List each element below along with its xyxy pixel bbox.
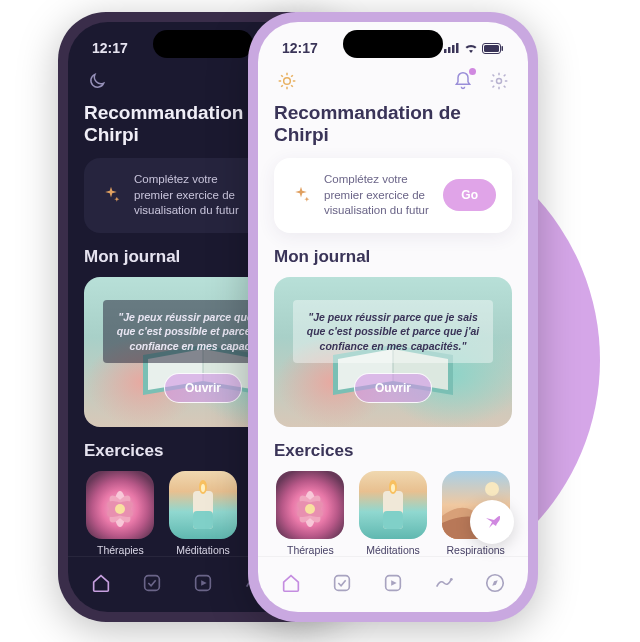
svg-line-39	[291, 75, 293, 77]
nav-home-icon[interactable]	[85, 567, 117, 599]
page-title: Recommandation de Chirpi	[274, 102, 512, 146]
candle-icon	[169, 471, 237, 539]
svg-rect-53	[335, 575, 350, 590]
theme-toggle-moon-icon[interactable]	[86, 70, 108, 92]
svg-rect-26	[452, 45, 455, 53]
svg-rect-27	[456, 43, 459, 53]
svg-point-18	[201, 484, 205, 492]
sparkle-icon	[100, 184, 122, 206]
status-time: 12:17	[92, 40, 128, 56]
svg-point-14	[115, 504, 125, 514]
open-journal-button[interactable]: Ouvrir	[354, 373, 432, 403]
nav-progress-icon[interactable]	[428, 567, 460, 599]
svg-rect-29	[484, 45, 499, 52]
svg-point-31	[284, 78, 291, 85]
notch	[343, 30, 443, 58]
svg-point-47	[305, 504, 315, 514]
theme-toggle-sun-icon[interactable]	[276, 70, 298, 92]
svg-line-36	[281, 75, 283, 77]
status-time: 12:17	[282, 40, 318, 56]
nav-tasks-icon[interactable]	[136, 567, 168, 599]
app-header	[258, 66, 528, 102]
exercise-label: Thérapies	[287, 544, 334, 556]
exercise-therapies[interactable]: Thérapies	[274, 471, 347, 556]
lotus-icon	[276, 471, 344, 539]
svg-point-51	[391, 484, 395, 492]
nav-play-icon[interactable]	[377, 567, 409, 599]
go-button[interactable]: Go	[443, 179, 496, 211]
svg-rect-49	[383, 511, 403, 529]
bottom-navbar	[258, 556, 528, 612]
journal-section-title: Mon journal	[274, 247, 512, 267]
exercise-meditations[interactable]: Méditations	[167, 471, 240, 556]
recommendation-text: Complétez votre premier exercice de visu…	[324, 172, 431, 219]
exercise-label: Méditations	[366, 544, 420, 556]
nav-home-icon[interactable]	[275, 567, 307, 599]
svg-rect-25	[448, 47, 451, 53]
status-indicators	[444, 43, 504, 54]
svg-line-37	[291, 85, 293, 87]
nav-play-icon[interactable]	[187, 567, 219, 599]
exercise-label: Thérapies	[97, 544, 144, 556]
open-journal-button[interactable]: Ouvrir	[164, 373, 242, 403]
journal-card[interactable]: "Je peux réussir parce que je sais que c…	[274, 277, 512, 427]
lotus-icon	[86, 471, 154, 539]
phone-light: 12:17 Recommandation de Chi	[248, 12, 538, 622]
recommendation-text: Complétez votre premier exercice de visu…	[134, 172, 241, 219]
svg-point-52	[485, 482, 499, 496]
svg-point-40	[497, 79, 502, 84]
exercise-label: Méditations	[176, 544, 230, 556]
nav-compass-icon[interactable]	[479, 567, 511, 599]
svg-rect-16	[193, 511, 213, 529]
svg-rect-24	[444, 49, 447, 53]
journal-quote: "Je peux réussir parce que je sais que c…	[293, 300, 494, 363]
nav-tasks-icon[interactable]	[326, 567, 358, 599]
exercise-meditations[interactable]: Méditations	[357, 471, 430, 556]
recommendation-card: Complétez votre premier exercice de visu…	[274, 158, 512, 233]
exercises-section-title: Exercices	[274, 441, 512, 461]
notch	[153, 30, 253, 58]
svg-point-55	[450, 577, 453, 580]
notifications-icon[interactable]	[452, 70, 474, 92]
svg-line-38	[281, 85, 283, 87]
exercise-therapies[interactable]: Thérapies	[84, 471, 157, 556]
fab-bird-button[interactable]	[470, 500, 514, 544]
svg-rect-20	[145, 575, 160, 590]
svg-rect-30	[502, 46, 504, 51]
exercise-label: Respirations	[446, 544, 504, 556]
candle-icon	[359, 471, 427, 539]
sparkle-icon	[290, 184, 312, 206]
settings-gear-icon[interactable]	[488, 70, 510, 92]
